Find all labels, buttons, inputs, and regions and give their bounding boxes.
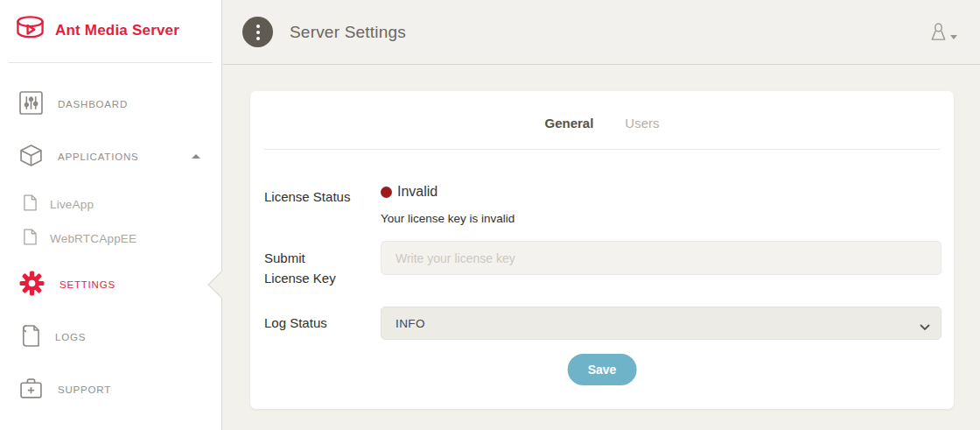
sidebar-item-label: APPLICATIONS: [58, 152, 138, 162]
license-key-input[interactable]: [381, 241, 942, 275]
submit-license-key-label: Submit License Key: [264, 249, 343, 288]
user-menu[interactable]: [929, 22, 957, 46]
kebab-dot: [256, 31, 260, 34]
sidebar-item-liveapp[interactable]: LiveApp: [0, 193, 221, 215]
sidebar-item-settings[interactable]: SETTINGS: [0, 270, 221, 300]
logbook-icon: [19, 324, 40, 351]
sidebar-item-label: LOGS: [55, 332, 86, 342]
first-aid-icon: [19, 377, 43, 403]
sidebar: Ant Media Server DASHBOARD APPLICATIONS: [0, 0, 222, 430]
file-icon: [24, 194, 37, 215]
status-dot-icon: [381, 187, 392, 198]
license-status-value: Invalid: [381, 184, 438, 200]
kebab-menu-button[interactable]: [242, 17, 273, 47]
sidebar-item-label: DASHBOARD: [58, 99, 128, 109]
sliders-icon: [19, 91, 43, 118]
brand-logo[interactable]: Ant Media Server: [14, 14, 179, 46]
sidebar-item-logs[interactable]: LOGS: [0, 322, 221, 352]
brand-name: Ant Media Server: [55, 22, 179, 39]
tabs-divider: [263, 149, 941, 150]
tabs: General Users: [250, 116, 954, 130]
user-icon: [929, 22, 948, 46]
sidebar-divider: [9, 62, 213, 63]
collapse-caret-up-icon[interactable]: [192, 154, 200, 159]
license-status-message: Your license key is invalid: [381, 212, 514, 225]
kebab-dot: [256, 37, 260, 40]
save-button[interactable]: Save: [568, 354, 637, 385]
kebab-dot: [256, 25, 260, 28]
page-title: Server Settings: [290, 23, 406, 42]
sidebar-item-applications[interactable]: APPLICATIONS: [0, 142, 221, 172]
sidebar-item-dashboard[interactable]: DASHBOARD: [0, 89, 221, 119]
sidebar-item-support[interactable]: SUPPORT: [0, 375, 221, 405]
sidebar-item-label: SUPPORT: [58, 384, 111, 395]
license-status-label: License Status: [264, 187, 350, 208]
log-status-label: Log Status: [264, 314, 327, 334]
file-icon: [24, 229, 37, 249]
header: Server Settings: [223, 0, 980, 65]
log-status-select-wrap: INFO: [381, 307, 942, 340]
gear-icon: [19, 271, 45, 300]
tab-general[interactable]: General: [544, 116, 593, 130]
sidebar-item-webrtcappee[interactable]: WebRTCAppEE: [0, 227, 221, 250]
sidebar-item-label: SETTINGS: [60, 279, 116, 290]
log-status-select[interactable]: INFO: [381, 307, 942, 340]
sidebar-item-label: LiveApp: [50, 198, 94, 211]
server-settings-card: General Users License Status Invalid You…: [250, 91, 954, 409]
sidebar-item-label: WebRTCAppEE: [50, 232, 136, 245]
ant-media-logo-icon: [14, 14, 46, 46]
status-text: Invalid: [397, 184, 438, 200]
package-icon: [19, 144, 43, 171]
chevron-down-icon: [950, 35, 957, 39]
tab-users[interactable]: Users: [625, 116, 659, 130]
